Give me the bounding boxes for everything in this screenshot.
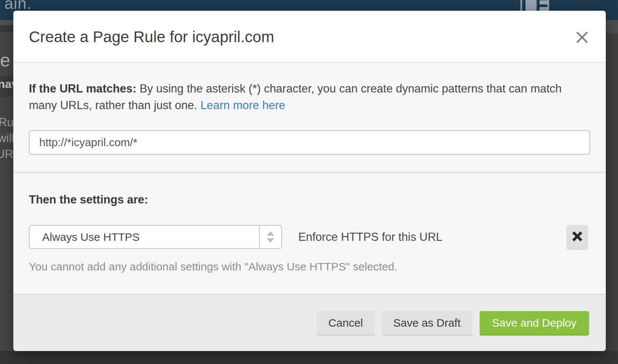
select-stepper-icon[interactable] — [260, 226, 281, 248]
modal-header: Create a Page Rule for icyapril.com — [13, 11, 606, 63]
remove-setting-button[interactable] — [567, 225, 588, 249]
chevron-down-icon — [267, 238, 274, 243]
topbar-partial-icon — [583, 0, 591, 10]
background-band — [0, 25, 13, 32]
cancel-button[interactable]: Cancel — [317, 311, 374, 335]
background-band — [0, 20, 13, 25]
setting-select[interactable]: Always Use HTTPS — [29, 225, 282, 249]
url-match-label: If the URL matches: — [29, 82, 137, 95]
modal-footer: Cancel Save as Draft Save and Deploy — [13, 294, 606, 351]
chevron-up-icon — [267, 231, 274, 236]
url-match-help-text: If the URL matches: By using the asteris… — [29, 80, 580, 114]
background-text-fragment: UR — [0, 147, 13, 161]
save-and-deploy-button[interactable]: Save and Deploy — [480, 311, 590, 335]
background-text-fragment: will — [0, 131, 14, 145]
heavy-x-icon — [572, 231, 583, 243]
setting-row: Always Use HTTPS Enforce HTTPS for this … — [29, 225, 590, 249]
background-band — [0, 351, 618, 364]
background-band — [606, 20, 618, 33]
url-pattern-input[interactable] — [29, 130, 590, 155]
close-icon — [575, 31, 589, 45]
settings-section: Then the settings are: Always Use HTTPS … — [13, 173, 606, 273]
save-as-draft-button[interactable]: Save as Draft — [382, 311, 472, 335]
create-page-rule-modal: Create a Page Rule for icyapril.com If t… — [13, 11, 606, 351]
setting-select-value: Always Use HTTPS — [30, 226, 260, 248]
background-band — [606, 33, 618, 351]
layout-panels-icon-bar — [540, 0, 548, 4]
setting-note: You cannot add any additional settings w… — [29, 260, 590, 273]
url-match-section: If the URL matches: By using the asteris… — [13, 63, 606, 173]
background-text-fragment: Ru — [0, 115, 14, 129]
settings-heading: Then the settings are: — [29, 193, 590, 206]
setting-description: Enforce HTTPS for this URL — [298, 230, 442, 244]
background-heading-fragment: e — [0, 50, 10, 71]
modal-title: Create a Page Rule for icyapril.com — [29, 11, 274, 63]
close-button[interactable] — [572, 28, 592, 48]
learn-more-link[interactable]: Learn more here — [201, 99, 285, 112]
